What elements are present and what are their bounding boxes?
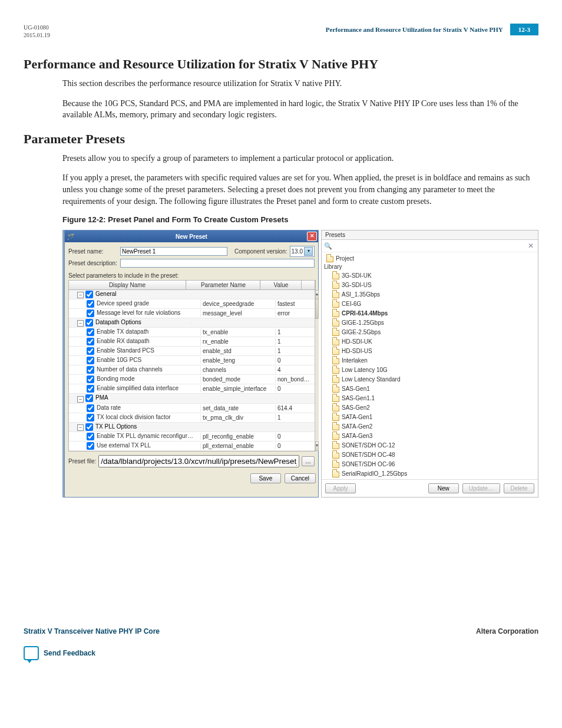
page-header: UG-01080 2015.01.19 Performance and Reso… [24,24,538,39]
preset-item[interactable]: SONET/SDH OC-48 [322,450,538,459]
scroll-up-button[interactable]: ▴ [315,290,319,299]
close-button[interactable]: ✕ [307,232,317,241]
scroll-down-button[interactable]: ▾ [315,442,319,451]
param-row[interactable]: Bonding modebonded_modenon_bond… [69,375,315,384]
preset-item[interactable]: SAS-Gen1 [322,384,538,393]
param-checkbox[interactable] [87,414,94,421]
param-paramname: enable_std [200,347,275,355]
param-checkbox[interactable] [87,433,94,440]
preset-item[interactable]: SerialRapidIO_1.25Gbps [322,469,538,478]
browse-button[interactable]: … [302,456,315,466]
group-checkbox[interactable] [85,291,93,298]
param-value: 0 [275,442,315,450]
collapse-icon[interactable]: – [77,292,84,298]
select-params-caption: Select parameters to include in the pres… [68,272,315,279]
preset-item[interactable]: 3G-SDI-UK [322,271,538,280]
save-button[interactable]: Save [250,473,281,483]
param-checkbox[interactable] [87,300,94,308]
collapse-icon[interactable]: – [77,396,84,403]
preset-item[interactable]: SATA-Gen2 [322,421,538,431]
preset-item[interactable]: CEI-6G [322,299,538,308]
preset-item-label: SONET/SDH OC-12 [342,442,395,449]
folder-icon [326,254,333,262]
preset-desc-input[interactable] [120,259,315,268]
param-paramname: bonded_mode [200,375,275,383]
group-checkbox[interactable] [85,394,93,402]
section2-p1: Presets allow you to specify a group of … [62,153,538,164]
collapse-icon[interactable]: – [77,320,84,327]
preset-file-input[interactable] [98,455,299,467]
param-row[interactable]: Message level for rule violationsmessage… [69,309,315,318]
preset-item[interactable]: CPRI-614.4Mbps [322,308,538,318]
wand-icon: 🪄 [67,233,74,240]
file-icon [332,365,339,374]
param-group[interactable]: –General [69,290,315,299]
component-version-select[interactable]: 13.0 ▾ [290,246,315,257]
param-checkbox[interactable] [87,347,94,355]
preset-item[interactable]: ASI_1.35Gbps [322,289,538,299]
param-row[interactable]: Enable Standard PCSenable_std1 [69,347,315,356]
param-row[interactable]: Device speed gradedevice_speedgradefaste… [69,299,315,309]
tree-project[interactable]: Project [322,253,538,263]
send-feedback-link[interactable]: Send Feedback [24,646,538,660]
scroll-track[interactable] [315,319,319,442]
delete-button[interactable]: Delete [504,483,534,493]
param-checkbox[interactable] [87,357,94,364]
apply-button[interactable]: Apply [325,483,356,493]
preset-item-label: Low Latency Standard [342,376,401,383]
param-paramname: tx_pma_clk_div [200,414,275,421]
preset-item[interactable]: HD-SDI-UK [322,337,538,346]
preset-item[interactable]: SONET/SDH OC-12 [322,440,538,450]
param-row[interactable]: Number of data channelschannels4 [69,365,315,375]
preset-item[interactable]: 3G-SDI-US [322,280,538,289]
dialog-titlebar[interactable]: 🪄 New Preset ✕ [65,230,318,242]
preset-item[interactable]: SONET/SDH OC-96 [322,459,538,469]
param-scrollbar[interactable]: ▴ ▾ [315,290,319,451]
param-row[interactable]: Enable RX datapathrx_enable1 [69,337,315,347]
param-checkbox[interactable] [87,366,94,374]
update-button[interactable]: Update… [462,483,500,493]
param-row[interactable]: Enable simplified data interfaceenable_s… [69,384,315,394]
preset-item-label: SONET/SDH OC-48 [342,452,395,458]
cancel-button[interactable]: Cancel [285,473,316,483]
new-button[interactable]: New [428,483,459,493]
param-group[interactable]: –PMA [69,394,315,403]
param-checkbox[interactable] [87,328,94,336]
param-row[interactable]: Enable 10G PCSenable_teng0 [69,356,315,365]
param-row[interactable]: Enable TX PLL dynamic reconfigur…pll_rec… [69,432,315,442]
param-row[interactable]: Data rateset_data_rate614.4 [69,404,315,413]
tree-library[interactable]: Library [322,263,538,271]
clear-search-button[interactable]: ✕ [526,242,535,250]
file-icon [332,299,339,308]
preset-item[interactable]: SAS-Gen2 [322,403,538,412]
param-display: TX local clock division factor [97,414,171,420]
param-row[interactable]: Use external TX PLLpll_external_enable0 [69,442,315,451]
group-checkbox[interactable] [85,423,93,431]
preset-item[interactable]: Interlaken [322,355,538,365]
param-checkbox[interactable] [87,385,94,393]
param-row[interactable]: TX local clock division factortx_pma_clk… [69,413,315,423]
param-group[interactable]: –Datapath Options [69,318,315,328]
param-group[interactable]: –TX PLL Options [69,423,315,432]
preset-item[interactable]: Low Latency Standard [322,374,538,384]
param-checkbox[interactable] [87,442,94,450]
param-row[interactable]: Enable TX datapathtx_enable1 [69,328,315,337]
collapse-icon[interactable]: – [77,424,84,431]
param-checkbox[interactable] [87,309,94,317]
preset-item[interactable]: SATA-Gen3 [322,431,538,440]
preset-item[interactable]: HD-SDI-US [322,346,538,355]
param-checkbox[interactable] [87,375,94,383]
param-checkbox[interactable] [87,404,94,412]
preset-item[interactable]: SAS-Gen1.1 [322,393,538,403]
scroll-thumb[interactable] [315,299,319,319]
preset-item[interactable]: SATA-Gen1 [322,412,538,421]
presets-search-input[interactable] [335,242,524,250]
preset-item-label: SAS-Gen1.1 [342,395,375,401]
preset-name-input[interactable] [120,247,227,256]
param-checkbox[interactable] [87,338,94,345]
file-icon [332,469,339,477]
group-checkbox[interactable] [85,319,93,327]
preset-item[interactable]: Low Latency 10G [322,365,538,374]
preset-item[interactable]: GIGE-1.25Gbps [322,318,538,327]
preset-item[interactable]: GIGE-2.5Gbps [322,327,538,337]
